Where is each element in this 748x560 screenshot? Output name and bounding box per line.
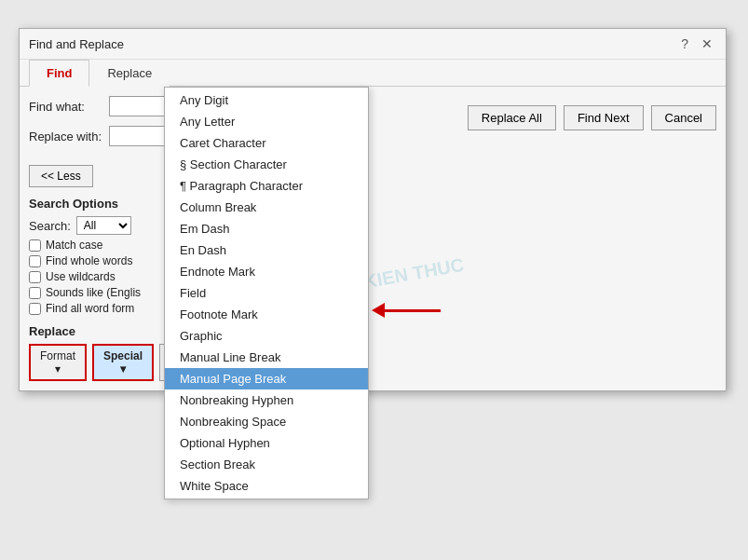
format-button[interactable]: Format ▾ — [29, 344, 87, 381]
dropdown-item[interactable]: Nonbreaking Space — [165, 411, 368, 432]
search-label: Search: — [29, 219, 71, 233]
dropdown-item[interactable]: Em Dash — [165, 218, 368, 239]
dropdown-item[interactable]: Section Break — [165, 454, 368, 475]
sounds-like-checkbox[interactable] — [29, 287, 41, 299]
dropdown-item[interactable]: Any Digit — [165, 89, 368, 111]
dropdown-item[interactable]: White Space — [165, 475, 368, 497]
cancel-button[interactable]: Cancel — [651, 105, 716, 130]
dropdown-item[interactable]: Footnote Mark — [165, 304, 368, 325]
dropdown-item[interactable]: Optional Hyphen — [165, 432, 368, 454]
match-case-label: Match case — [46, 239, 102, 252]
tabs: Find Replace — [20, 60, 726, 87]
match-case-checkbox[interactable] — [29, 239, 41, 252]
use-wildcards-checkbox[interactable] — [29, 271, 41, 283]
tab-find[interactable]: Find — [29, 60, 89, 87]
find-what-label: Find what: — [29, 100, 103, 114]
dropdown-item[interactable]: Caret Character — [165, 132, 368, 154]
dropdown-item[interactable]: Manual Page Break — [165, 368, 368, 389]
dropdown-item[interactable]: Manual Line Break — [165, 347, 368, 368]
find-whole-words-label: Find whole words — [46, 254, 132, 267]
search-select[interactable]: All Up Down — [76, 216, 131, 235]
arrow-indicator — [372, 303, 441, 318]
find-next-button[interactable]: Find Next — [564, 105, 644, 130]
dropdown-item[interactable]: Field — [165, 282, 368, 304]
tab-replace[interactable]: Replace — [89, 60, 170, 87]
special-dropdown-menu[interactable]: Any DigitAny LetterCaret Character§ Sect… — [164, 87, 369, 499]
dialog-content: Find what: ▼ Replace with: ▼ << Less Sea… — [20, 87, 726, 390]
dialog-title: Find and Replace — [29, 37, 124, 51]
find-whole-words-checkbox[interactable] — [29, 255, 41, 267]
backdrop: Find and Replace ? ✕ Find Replace Find w… — [0, 0, 748, 560]
titlebar-icons: ? ✕ — [677, 34, 716, 53]
replace-all-button[interactable]: Replace All — [468, 105, 556, 130]
replace-with-label: Replace with: — [29, 130, 103, 143]
arrow-head — [372, 303, 385, 318]
titlebar: Find and Replace ? ✕ — [20, 29, 726, 60]
dropdown-item[interactable]: § Section Character — [165, 154, 368, 175]
close-icon[interactable]: ✕ — [698, 34, 716, 53]
find-all-word-form-label: Find all word form — [46, 302, 134, 315]
find-all-word-form-checkbox[interactable] — [29, 303, 41, 315]
help-icon[interactable]: ? — [677, 34, 692, 53]
dropdown-item[interactable]: Column Break — [165, 197, 368, 218]
arrow-line — [385, 309, 441, 312]
dropdown-item[interactable]: Endnote Mark — [165, 261, 368, 282]
dropdown-item[interactable]: Any Letter — [165, 111, 368, 132]
dropdown-item[interactable]: Graphic — [165, 325, 368, 347]
dropdown-item[interactable]: Nonbreaking Hyphen — [165, 389, 368, 411]
find-replace-dialog: Find and Replace ? ✕ Find Replace Find w… — [19, 28, 727, 391]
dropdown-item[interactable]: ¶ Paragraph Character — [165, 175, 368, 197]
use-wildcards-label: Use wildcards — [46, 270, 116, 283]
special-button[interactable]: Special ▾ — [92, 344, 154, 381]
dropdown-item[interactable]: En Dash — [165, 239, 368, 261]
sounds-like-label: Sounds like (Englis — [46, 286, 141, 299]
less-button[interactable]: << Less — [29, 165, 93, 187]
